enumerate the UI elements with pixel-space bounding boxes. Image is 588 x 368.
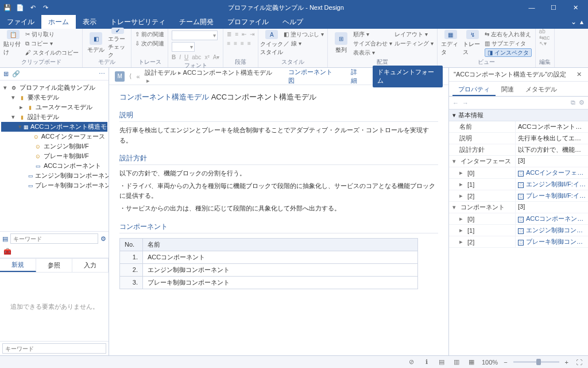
- tree-usecase-model[interactable]: ▸▮ユースケースモデル: [1, 102, 107, 112]
- view-component-diagram[interactable]: コンポーネント図: [284, 66, 342, 87]
- align-justify-button[interactable]: ≡: [247, 39, 251, 48]
- align-big-button[interactable]: ⊞整列: [331, 30, 351, 56]
- underline-button[interactable]: U: [184, 54, 188, 60]
- lefttab-ref[interactable]: 参照: [36, 259, 72, 272]
- prop-row-desc[interactable]: 説明先行車を検出してエンジンとブ…: [449, 133, 588, 144]
- prev-relation-button[interactable]: ⇧ 前の関連: [135, 30, 164, 39]
- align-right-button[interactable]: ≡: [241, 39, 244, 48]
- nav-first-icon[interactable]: «: [136, 73, 140, 80]
- insp-copy-icon[interactable]: ⧉: [571, 99, 575, 106]
- keyword-input-2[interactable]: [2, 343, 106, 354]
- insp-tab-property[interactable]: プロパティ: [452, 82, 496, 96]
- tree-req-model[interactable]: ▾▮要求モデル: [1, 93, 107, 102]
- lefttab-input[interactable]: 入力: [72, 259, 109, 272]
- next-relation-button[interactable]: ⇩ 次の関連: [135, 39, 164, 48]
- tree-acc-if[interactable]: ⊙ACCインターフェース: [1, 132, 107, 141]
- copy-style-button[interactable]: 🖌スタイルのコピー: [25, 48, 79, 57]
- font-color-button[interactable]: A▾: [213, 53, 220, 62]
- quick-style-button[interactable]: Aクイック スタイル: [262, 30, 281, 56]
- prop-row-interface[interactable]: ▾インターフェース[3]: [449, 156, 588, 167]
- insp-gear-icon[interactable]: ⚙: [579, 99, 585, 106]
- toolbox-icon[interactable]: 🧰: [3, 248, 11, 255]
- trace-view-button[interactable]: ↯トレース: [463, 30, 482, 56]
- numbering-button[interactable]: ≡: [235, 30, 238, 39]
- ribbon-options-icon[interactable]: ▴: [580, 18, 583, 26]
- maximize-button[interactable]: ☐: [543, 0, 564, 15]
- editor-button[interactable]: ▦エディタ: [441, 30, 461, 56]
- zoom-slider[interactable]: [513, 361, 559, 363]
- prop-row-c-2[interactable]: ▸[2]□ブレーキ制御コンポーネン…: [449, 236, 588, 248]
- tree-mode-icon[interactable]: ⊞: [3, 70, 9, 78]
- prop-row-c-0[interactable]: ▸[0]□ACCコンポーネント:コン…: [449, 213, 588, 225]
- nav-prev-icon[interactable]: ⟨: [129, 72, 131, 80]
- font-size-dropdown[interactable]: ▾: [172, 42, 195, 52]
- status-info-icon[interactable]: ℹ: [422, 358, 431, 366]
- tab-team[interactable]: チーム開発: [172, 15, 220, 29]
- lefttab-new[interactable]: 新規: [0, 259, 36, 272]
- zoom-out-button[interactable]: −: [504, 359, 507, 366]
- model-tree[interactable]: ▾⚙プロファイル定義サンプル ▾▮要求モデル ▸▮ユースケースモデル ▾▮設計モ…: [0, 80, 109, 231]
- italic-button[interactable]: I: [179, 54, 181, 60]
- inspector-close-icon[interactable]: ✕: [574, 71, 583, 78]
- prop-row-if-2[interactable]: ▸[2]□ブレーキ制御I/F:インター…: [449, 190, 588, 202]
- fill-button[interactable]: ◧ 塗りつぶし ▾: [284, 30, 324, 39]
- align-left-button[interactable]: ≡: [227, 39, 230, 48]
- tree-engine-if[interactable]: ⊙エンジン制御I/F: [1, 141, 107, 151]
- tree-root[interactable]: ▾⚙プロファイル定義サンプル: [1, 83, 107, 93]
- prop-row-policy[interactable]: 設計方針以下の方針で、機能ブロックの…: [449, 144, 588, 156]
- line-button[interactable]: ／ 線 ▾: [284, 39, 324, 48]
- tree-engine-comp[interactable]: ▭エンジン制御コンポーネント: [1, 171, 107, 181]
- tab-profile[interactable]: プロファイル: [220, 15, 276, 29]
- prop-row-c-1[interactable]: ▸[1]□エンジン制御コンポーネン…: [449, 225, 588, 236]
- error-check-button[interactable]: ✔エラーチェック: [108, 30, 127, 56]
- order-button[interactable]: 順序 ▾: [353, 30, 392, 39]
- table-view-button[interactable]: 表表示 ▾: [353, 48, 392, 57]
- redo-icon[interactable]: ↷: [40, 2, 51, 13]
- table-row[interactable]: 3.ブレーキ制御コンポーネント: [120, 276, 418, 289]
- paste-button[interactable]: 📋貼り付け: [3, 30, 23, 56]
- tree-brake-if[interactable]: ⊙ブレーキ制御I/F: [1, 151, 107, 161]
- outdent-button[interactable]: ⇤: [242, 30, 246, 39]
- tree-menu-icon[interactable]: ⋯: [99, 70, 105, 78]
- cut-button[interactable]: ✂切り取り: [25, 30, 79, 39]
- prop-row-if-0[interactable]: ▸[0]□ACCインターフェース:イン…: [449, 167, 588, 179]
- bold-button[interactable]: B: [172, 54, 176, 60]
- nav-back-icon[interactable]: ←: [452, 99, 459, 106]
- tab-view[interactable]: 表示: [76, 15, 103, 29]
- prop-row-if-1[interactable]: ▸[1]□エンジン制御I/F:インター…: [449, 179, 588, 190]
- tree-design-model[interactable]: ▾▮設計モデル: [1, 112, 107, 122]
- status-layout3-icon[interactable]: ▦: [467, 358, 476, 366]
- tab-file[interactable]: ファイル: [0, 15, 41, 29]
- zoom-fit-icon[interactable]: ⛶: [574, 359, 583, 366]
- tree-acc-comp[interactable]: ▭ACCコンポーネント: [1, 161, 107, 171]
- undo-icon[interactable]: ↶: [28, 2, 38, 13]
- subeditor-button[interactable]: ▥ サブエディタ: [485, 39, 532, 48]
- bullets-button[interactable]: ≣: [227, 30, 231, 39]
- status-error-icon[interactable]: ⊘: [407, 358, 416, 366]
- superscript-button[interactable]: x²: [204, 53, 209, 62]
- tab-help[interactable]: ヘルプ: [276, 15, 310, 29]
- select-button[interactable]: ↖▾: [539, 39, 550, 48]
- nav-fwd-icon[interactable]: →: [462, 99, 469, 106]
- inspector-toggle[interactable]: ◨ インスペクタ: [485, 48, 532, 57]
- minimize-button[interactable]: —: [521, 0, 542, 15]
- resize-button[interactable]: サイズ合わせ ▾: [353, 39, 392, 48]
- view-detail[interactable]: 詳細: [346, 66, 368, 87]
- breadcrumb[interactable]: 設計モデル▸ACCコンポーネント構造モデル▸: [145, 68, 275, 85]
- strike-button[interactable]: abc: [192, 53, 201, 62]
- insp-tab-relation[interactable]: 関連: [496, 82, 520, 96]
- font-family-dropdown[interactable]: ▾: [172, 30, 218, 40]
- copy-button[interactable]: ⧉コピー ▾: [25, 39, 79, 48]
- align-center-button[interactable]: ≡: [234, 39, 237, 48]
- filter-icon[interactable]: ▤: [2, 235, 8, 243]
- tab-home[interactable]: ホーム: [41, 15, 76, 29]
- indent-button[interactable]: ⇥: [250, 30, 254, 39]
- status-layout1-icon[interactable]: ▤: [437, 358, 446, 366]
- table-row[interactable]: 1.ACCコンポーネント: [120, 251, 418, 263]
- prop-section-basic[interactable]: ▾基本情報: [449, 109, 588, 121]
- view-document-form[interactable]: ドキュメントフォーム: [373, 66, 443, 87]
- insp-tab-metamodel[interactable]: メタモデル: [520, 82, 563, 96]
- status-layout2-icon[interactable]: ▥: [452, 358, 461, 366]
- close-button[interactable]: ✕: [565, 0, 586, 15]
- tree-acc-struct[interactable]: ▾▦ACCコンポーネント構造モデル: [1, 122, 107, 132]
